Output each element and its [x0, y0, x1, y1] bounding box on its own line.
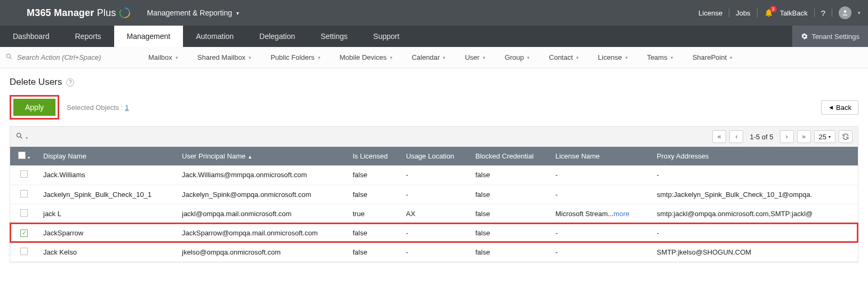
cell: JackSparrow [38, 223, 177, 242]
nav-tab-automation[interactable]: Automation [183, 26, 246, 47]
row-checkbox[interactable] [20, 170, 28, 178]
column-header-user-principal-name[interactable]: User Principal Name▲ [177, 147, 347, 165]
pagination: « ‹ 1-5 of 5 › » 25▾ [712, 130, 853, 143]
cell: - [550, 223, 651, 242]
column-header-is-licensed[interactable]: Is Licensed [347, 147, 401, 165]
column-header-license-name[interactable]: License Name [550, 147, 651, 165]
column-header-usage-location[interactable]: Usage Location [401, 147, 470, 165]
chevron-down-icon: ▾ [483, 55, 485, 60]
cell: - [550, 242, 651, 262]
nav-tab-settings[interactable]: Settings [308, 26, 361, 47]
more-link[interactable]: more [614, 210, 630, 218]
cell: false [347, 223, 401, 242]
page-size-select[interactable]: 25▾ [814, 130, 835, 143]
nav-tab-management[interactable]: Management [114, 26, 184, 47]
cell: false [470, 165, 550, 185]
cell: Jackelyn_Spink@ompqa.onmicrosoft.com [177, 185, 347, 204]
table-row[interactable]: Jack.WilliamsJack.Williams@mmpqa.onmicro… [10, 165, 858, 185]
page-next-button[interactable]: › [780, 130, 794, 143]
apply-button[interactable]: Apply [13, 99, 55, 116]
cell: Jack.Williams@mmpqa.onmicrosoft.com [177, 165, 347, 185]
cell: - [651, 223, 858, 242]
subnav-item-teams[interactable]: Teams▾ [638, 53, 683, 61]
column-header-proxy-addresses[interactable]: Proxy Addresses [651, 147, 858, 165]
license-link[interactable]: License [698, 9, 722, 17]
chevron-down-icon: ▾ [28, 155, 30, 160]
cell: Microsoft Stream...more [550, 204, 651, 223]
column-header-display-name[interactable]: Display Name [38, 147, 177, 165]
cell: false [470, 204, 550, 223]
nav-tab-delegation[interactable]: Delegation [246, 26, 308, 47]
primary-nav: DashboardReportsManagementAutomationDele… [0, 26, 868, 47]
column-header-blocked-credential[interactable]: Blocked Credential [470, 147, 550, 165]
subnav-item-calendar[interactable]: Calendar▾ [402, 53, 456, 61]
subnav-item-user[interactable]: User▾ [455, 53, 495, 61]
chevron-down-icon: ▾ [625, 55, 628, 60]
chevron-down-icon: ▾ [249, 55, 251, 60]
subnav-item-shared-mailbox[interactable]: Shared Mailbox▾ [188, 53, 261, 61]
chevron-down-icon: ▾ [829, 134, 831, 139]
action-search[interactable] [0, 53, 139, 62]
cell: false [347, 242, 401, 262]
separator [832, 9, 832, 17]
sort-asc-icon: ▲ [248, 154, 252, 160]
table-row[interactable]: JackSparrowJackSparrow@ompqa.mail.onmicr… [10, 223, 858, 242]
nav-tab-support[interactable]: Support [361, 26, 412, 47]
cell: true [347, 204, 401, 223]
action-search-input[interactable] [16, 53, 133, 62]
row-checkbox[interactable] [20, 248, 28, 255]
nav-tab-reports[interactable]: Reports [62, 26, 114, 47]
help-tooltip-icon[interactable]: ? [66, 78, 74, 86]
brand-logo-icon [119, 7, 131, 19]
back-button[interactable]: ◄ Back [821, 100, 858, 115]
chevron-down-icon: ▾ [858, 10, 861, 15]
user-avatar[interactable] [839, 6, 851, 19]
apply-highlight-box: Apply [10, 95, 59, 120]
cell: jack L [38, 204, 177, 223]
subnav-item-group[interactable]: Group▾ [495, 53, 539, 61]
app-launcher-icon[interactable] [7, 7, 19, 19]
subnav-item-license[interactable]: License▾ [588, 53, 638, 61]
subnav-item-sharepoint[interactable]: SharePoint▾ [683, 53, 742, 61]
row-checkbox[interactable] [20, 229, 28, 237]
chevron-down-icon: ▾ [236, 10, 239, 16]
refresh-button[interactable] [839, 130, 853, 143]
page-prev-button[interactable]: ‹ [729, 130, 743, 143]
search-icon [5, 53, 13, 62]
page-first-button[interactable]: « [712, 130, 726, 143]
page-last-button[interactable]: » [797, 130, 811, 143]
cell: SMTP:jkelso@SHOGUN.COM [651, 242, 858, 262]
subnav-item-mailbox[interactable]: Mailbox▾ [139, 53, 188, 61]
subnav-item-mobile-devices[interactable]: Mobile Devices▾ [330, 53, 402, 61]
svg-point-0 [844, 10, 847, 13]
cell: false [347, 185, 401, 204]
row-checkbox[interactable] [20, 209, 28, 217]
subnav-item-public-folders[interactable]: Public Folders▾ [261, 53, 330, 61]
cell: - [401, 242, 470, 262]
cell: - [550, 185, 651, 204]
talkback-link[interactable]: TalkBack [780, 9, 808, 17]
select-all-checkbox[interactable] [18, 152, 26, 159]
chevron-down-icon: ▾ [527, 55, 530, 60]
jobs-link[interactable]: Jobs [736, 9, 750, 17]
help-icon[interactable]: ? [821, 9, 825, 18]
tenant-settings-button[interactable]: Tenant Settings [792, 26, 868, 47]
selected-count-link[interactable]: 1 [125, 104, 129, 112]
table-row[interactable]: Jackelyn_Spink_Bulk_Check_10_1Jackelyn_S… [10, 185, 858, 204]
table-row[interactable]: Jack Kelsojkelso@ompqa.onmicrosoft.comfa… [10, 242, 858, 262]
context-switcher[interactable]: Management & Reporting▾ [147, 9, 239, 17]
nav-tab-dashboard[interactable]: Dashboard [0, 26, 62, 47]
table-search-icon[interactable]: ▾ [15, 132, 28, 141]
row-checkbox[interactable] [20, 190, 28, 197]
cell: Jack Kelso [38, 242, 177, 262]
svg-line-2 [10, 58, 12, 59]
table-row[interactable]: jack Ljackl@ompqa.mail.onmicrosoft.comtr… [10, 204, 858, 223]
separator [757, 9, 758, 17]
notifications-icon[interactable]: 3 [764, 8, 774, 18]
subnav-item-contact[interactable]: Contact▾ [539, 53, 588, 61]
svg-point-1 [6, 54, 10, 58]
chevron-down-icon: ▾ [443, 55, 445, 60]
cell: false [347, 165, 401, 185]
cell: smtp:jackl@ompqa.onmicrosoft.com,SMTP:ja… [651, 204, 858, 223]
cell: false [470, 185, 550, 204]
